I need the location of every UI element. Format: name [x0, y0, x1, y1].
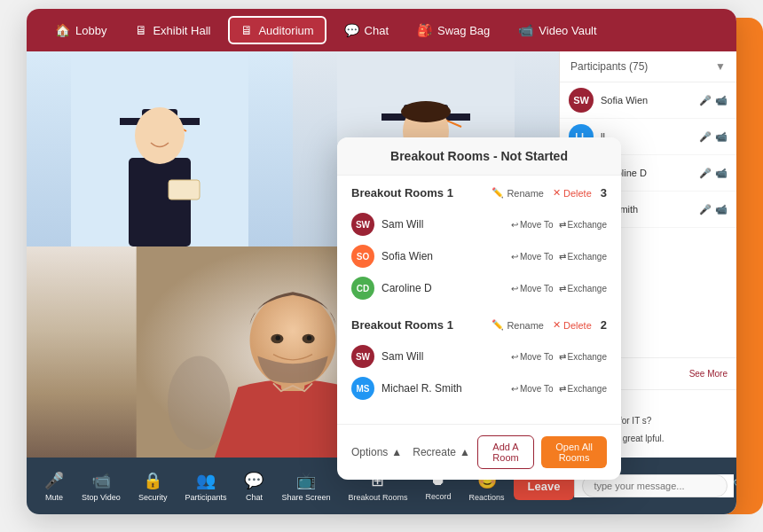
- move-to-button[interactable]: ↩ Move To: [511, 384, 554, 394]
- add-room-button[interactable]: Add A Room: [477, 435, 534, 469]
- participant-icons: 🎤 📹: [699, 168, 728, 179]
- move-to-button[interactable]: ↩ Move To: [511, 352, 554, 362]
- video-vault-icon: 📹: [518, 23, 533, 37]
- room-1-rename-button[interactable]: ✏️ Rename: [492, 187, 544, 199]
- chat-icon: 💬: [344, 23, 359, 37]
- options-button[interactable]: Options ▲: [351, 446, 402, 458]
- move-to-label: Move To: [520, 252, 554, 262]
- cam-icon: 📹: [715, 204, 728, 215]
- move-to-icon: ↩: [511, 284, 518, 293]
- exchange-label: Exchange: [568, 384, 607, 394]
- delete-label: Delete: [563, 320, 592, 331]
- svg-point-22: [307, 335, 311, 340]
- footer-left: Options ▲ Recreate ▲: [351, 446, 470, 458]
- exchange-button[interactable]: ⇄ Exchange: [559, 220, 607, 230]
- avatar: SW: [351, 213, 374, 236]
- exchange-button[interactable]: ⇄ Exchange: [559, 252, 607, 262]
- toolbar-security[interactable]: 🔒 Security: [130, 466, 177, 507]
- exchange-icon: ⇄: [559, 284, 566, 293]
- see-more-link[interactable]: See More: [689, 369, 728, 379]
- room-participant-actions: ↩ Move To ⇄ Exchange: [511, 384, 607, 394]
- participant-icons: 🎤 📹: [699, 95, 728, 106]
- nav-auditorium[interactable]: 🖥 Auditorium: [228, 16, 326, 44]
- rename-icon: ✏️: [492, 187, 504, 199]
- svg-point-5: [135, 107, 185, 164]
- nav-video-vault[interactable]: 📹 Video Vault: [507, 18, 607, 43]
- list-item: CD Caroline D ↩ Move To ⇄ Exchange: [351, 272, 607, 304]
- recreate-button[interactable]: Recreate ▲: [413, 446, 470, 458]
- avatar-circle: SW: [351, 213, 374, 236]
- modal-body: Breakout Rooms 1 ✏️ Rename ✕ Delete 3 SW: [337, 176, 621, 424]
- cam-icon: 📹: [715, 131, 728, 143]
- participant-name: Sofia Wien: [601, 95, 692, 106]
- list-item: MS Michael R. Smith ↩ Move To ⇄ Exchange: [351, 372, 607, 404]
- modal-footer: Options ▲ Recreate ▲ Add A Room Open All…: [337, 424, 621, 480]
- exchange-button[interactable]: ⇄ Exchange: [559, 284, 607, 293]
- table-row: SW Sofia Wien 🎤 📹: [560, 82, 736, 119]
- share-screen-icon: 📺: [296, 471, 316, 490]
- exhibit-icon: 🖥: [135, 23, 147, 37]
- attachment-icon[interactable]: 📎: [733, 479, 736, 493]
- exchange-button[interactable]: ⇄ Exchange: [559, 384, 607, 394]
- record-label: Record: [426, 492, 452, 501]
- participant-icons: 🎤 📹: [699, 204, 728, 215]
- mute-icon: 🎤: [44, 471, 64, 490]
- nav-swag-label: Swag Bag: [437, 24, 490, 37]
- exchange-label: Exchange: [568, 284, 607, 293]
- move-to-button[interactable]: ↩ Move To: [511, 220, 554, 230]
- mic-icon: 🎤: [699, 95, 712, 106]
- room-participant-name: Sofia Wien: [382, 250, 504, 262]
- modal-title: Breakout Rooms - Not Started: [390, 149, 568, 163]
- list-item: SW Sam Will ↩ Move To ⇄ Exchange: [351, 340, 607, 372]
- nav-chat-label: Chat: [365, 24, 389, 37]
- room-2-actions: ✏️ Rename ✕ Delete 2: [492, 318, 607, 332]
- avatar: SW: [569, 88, 594, 113]
- toolbar-participants[interactable]: 👥 Participants: [176, 466, 235, 507]
- move-to-button[interactable]: ↩ Move To: [511, 284, 554, 293]
- delete-icon: ✕: [553, 187, 561, 199]
- exchange-icon: ⇄: [559, 384, 566, 394]
- security-icon: 🔒: [143, 471, 162, 490]
- room-participant-name: Michael R. Smith: [382, 382, 504, 395]
- toolbar-stop-video[interactable]: 📹 Stop Video: [73, 466, 130, 507]
- recreate-label: Recreate: [413, 446, 456, 458]
- svg-rect-1: [129, 158, 191, 246]
- room-2-rename-button[interactable]: ✏️ Rename: [492, 319, 544, 331]
- nav-chat[interactable]: 💬 Chat: [334, 18, 399, 43]
- exchange-label: Exchange: [568, 252, 607, 262]
- exchange-icon: ⇄: [559, 252, 566, 262]
- nav-exhibit-hall[interactable]: 🖥 Exhibit Hall: [124, 18, 221, 43]
- room-participant-actions: ↩ Move To ⇄ Exchange: [511, 220, 607, 230]
- room-participant-name: Caroline D: [382, 282, 504, 294]
- rename-label: Rename: [507, 320, 544, 331]
- nav-lobby-label: Lobby: [75, 24, 106, 37]
- nav-video-vault-label: Video Vault: [539, 24, 596, 37]
- delete-label: Delete: [563, 188, 592, 199]
- room-1-delete-button[interactable]: ✕ Delete: [553, 187, 592, 199]
- breakout-label: Breakout Rooms: [348, 493, 407, 502]
- toolbar-mute[interactable]: 🎤 Mute: [35, 466, 73, 507]
- room-2-delete-button[interactable]: ✕ Delete: [553, 319, 592, 331]
- toolbar-share-screen[interactable]: 📺 Share Screen: [272, 466, 339, 507]
- avatar: SW: [351, 345, 374, 368]
- security-label: Security: [138, 493, 168, 502]
- move-to-icon: ↩: [511, 252, 518, 262]
- exchange-label: Exchange: [568, 220, 607, 230]
- options-label: Options: [351, 446, 388, 458]
- toolbar-chat[interactable]: 💬 Chat: [235, 466, 272, 507]
- move-to-button[interactable]: ↩ Move To: [511, 252, 554, 262]
- room-1-actions: ✏️ Rename ✕ Delete 3: [492, 186, 607, 200]
- exchange-button[interactable]: ⇄ Exchange: [559, 352, 607, 362]
- mic-icon: 🎤: [699, 204, 712, 215]
- avatar-circle: SW: [569, 88, 594, 113]
- move-to-label: Move To: [520, 284, 554, 293]
- nav-swag-bag[interactable]: 🎒 Swag Bag: [406, 18, 500, 43]
- room-2-name: Breakout Rooms 1: [351, 318, 453, 332]
- nav-lobby[interactable]: 🏠 Lobby: [44, 18, 117, 43]
- open-all-rooms-button[interactable]: Open All Rooms: [541, 436, 607, 468]
- nav-exhibit-label: Exhibit Hall: [153, 24, 210, 37]
- svg-point-15: [168, 356, 231, 450]
- footer-right: Add A Room Open All Rooms: [477, 435, 607, 469]
- participants-chevron[interactable]: ▼: [715, 60, 726, 73]
- chat-toolbar-label: Chat: [246, 493, 263, 502]
